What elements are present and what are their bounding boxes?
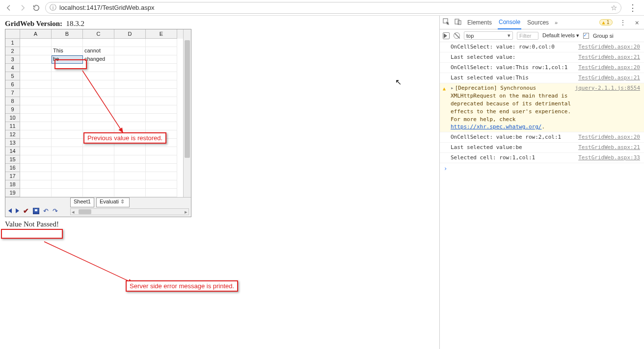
cell[interactable]: [83, 72, 114, 80]
log-source-link[interactable]: TestGridWeb.aspx:20: [578, 64, 640, 72]
cell[interactable]: [20, 97, 52, 105]
devtools-close-icon[interactable]: ×: [633, 19, 641, 26]
cell[interactable]: [20, 64, 52, 72]
sheet-tab[interactable]: Evaluati⇕: [96, 198, 130, 207]
cell[interactable]: [114, 47, 146, 55]
cell[interactable]: [20, 147, 52, 155]
console-sidebar-toggle-icon[interactable]: [443, 32, 450, 39]
browser-menu-icon[interactable]: ⋮: [625, 2, 640, 13]
undo-icon[interactable]: ↶: [43, 207, 49, 215]
address-bar[interactable]: ⓘ localhost:1417/TestGridWeb.aspx ☆: [45, 2, 621, 14]
back-icon[interactable]: [4, 3, 14, 13]
vertical-scrollbar[interactable]: [183, 29, 191, 197]
cell[interactable]: [146, 72, 177, 80]
select-all-corner[interactable]: [5, 29, 20, 39]
row-header[interactable]: 15: [5, 155, 20, 164]
log-source-link[interactable]: TestGridWeb.aspx:21: [578, 53, 640, 61]
cell[interactable]: [146, 147, 177, 155]
row-header[interactable]: 19: [5, 189, 20, 197]
nav-last-icon[interactable]: [16, 208, 19, 213]
device-toggle-icon[interactable]: [455, 18, 461, 26]
group-similar-checkbox[interactable]: [583, 33, 589, 39]
nav-first-icon[interactable]: [8, 208, 12, 213]
inspect-element-icon[interactable]: [443, 18, 450, 26]
cell[interactable]: [114, 80, 146, 89]
cell[interactable]: [146, 64, 177, 72]
cell[interactable]: [20, 122, 52, 130]
cell[interactable]: [146, 89, 177, 97]
log-levels-selector[interactable]: Default levels ▾: [542, 32, 579, 39]
cell[interactable]: [83, 80, 114, 89]
row-header[interactable]: 13: [5, 139, 20, 147]
cell[interactable]: [146, 122, 177, 130]
cell[interactable]: [52, 189, 83, 197]
row-header[interactable]: 4: [5, 64, 20, 72]
cell[interactable]: [20, 139, 52, 147]
cell[interactable]: [114, 39, 146, 47]
site-info-icon[interactable]: ⓘ: [50, 3, 56, 12]
column-header[interactable]: E: [146, 29, 177, 39]
column-header[interactable]: D: [114, 29, 146, 39]
cell[interactable]: [83, 64, 114, 72]
cell[interactable]: [114, 164, 146, 172]
tab-stepper-icon[interactable]: ⇕: [119, 198, 126, 205]
more-tabs-icon[interactable]: »: [555, 20, 558, 25]
cell[interactable]: [20, 114, 52, 122]
horizontal-scrollbar[interactable]: ◂ ▸: [70, 208, 189, 215]
row-header[interactable]: 11: [5, 122, 20, 130]
row-header[interactable]: 10: [5, 114, 20, 122]
cell[interactable]: [52, 122, 83, 130]
warning-count-badge[interactable]: ▲1: [599, 19, 613, 25]
cell[interactable]: [52, 105, 83, 114]
console-filter-input[interactable]: Filter: [517, 32, 538, 40]
cell[interactable]: [114, 172, 146, 180]
disclosure-triangle-icon[interactable]: ▸: [451, 85, 454, 91]
cell[interactable]: [146, 55, 177, 64]
row-header[interactable]: 8: [5, 97, 20, 105]
cell[interactable]: [20, 55, 52, 64]
cell[interactable]: [20, 80, 52, 89]
reload-icon[interactable]: [31, 3, 41, 13]
cell[interactable]: [52, 89, 83, 97]
cell[interactable]: [20, 39, 52, 47]
log-source-link[interactable]: TestGridWeb.aspx:20: [578, 43, 640, 51]
cell[interactable]: [20, 189, 52, 197]
bookmark-star-icon[interactable]: ☆: [611, 3, 617, 12]
log-source-link[interactable]: jquery-2.1.1.js:8554: [575, 84, 640, 92]
cell[interactable]: [20, 105, 52, 114]
cell[interactable]: [114, 97, 146, 105]
cell[interactable]: [20, 172, 52, 180]
cell[interactable]: [52, 97, 83, 105]
cell[interactable]: [52, 164, 83, 172]
cell[interactable]: [114, 105, 146, 114]
row-header[interactable]: 12: [5, 130, 20, 139]
column-header[interactable]: C: [83, 29, 114, 39]
cell[interactable]: [83, 180, 114, 189]
cell[interactable]: [83, 105, 114, 114]
cell[interactable]: [20, 89, 52, 97]
devtools-tab-console[interactable]: Console: [498, 16, 521, 29]
context-selector[interactable]: top▾: [464, 31, 513, 40]
row-header[interactable]: 17: [5, 172, 20, 180]
cell[interactable]: [52, 155, 83, 164]
log-source-link[interactable]: TestGridWeb.aspx:21: [578, 144, 640, 151]
cell[interactable]: [114, 155, 146, 164]
cell[interactable]: [83, 122, 114, 130]
cell[interactable]: [52, 130, 83, 139]
submit-icon[interactable]: ✔: [23, 207, 29, 215]
cell[interactable]: [114, 55, 146, 64]
cell[interactable]: [52, 72, 83, 80]
save-icon[interactable]: [33, 208, 39, 214]
column-header[interactable]: A: [20, 29, 52, 39]
cell[interactable]: [52, 114, 83, 122]
cell[interactable]: [20, 72, 52, 80]
devtools-menu-icon[interactable]: ⋮: [617, 19, 628, 26]
cell[interactable]: [83, 147, 114, 155]
log-source-link[interactable]: TestGridWeb.aspx:33: [578, 154, 640, 162]
cell[interactable]: [52, 80, 83, 89]
row-header[interactable]: 6: [5, 80, 20, 89]
cell[interactable]: [114, 64, 146, 72]
cell[interactable]: [20, 180, 52, 189]
cell[interactable]: [146, 164, 177, 172]
row-header[interactable]: 7: [5, 89, 20, 97]
